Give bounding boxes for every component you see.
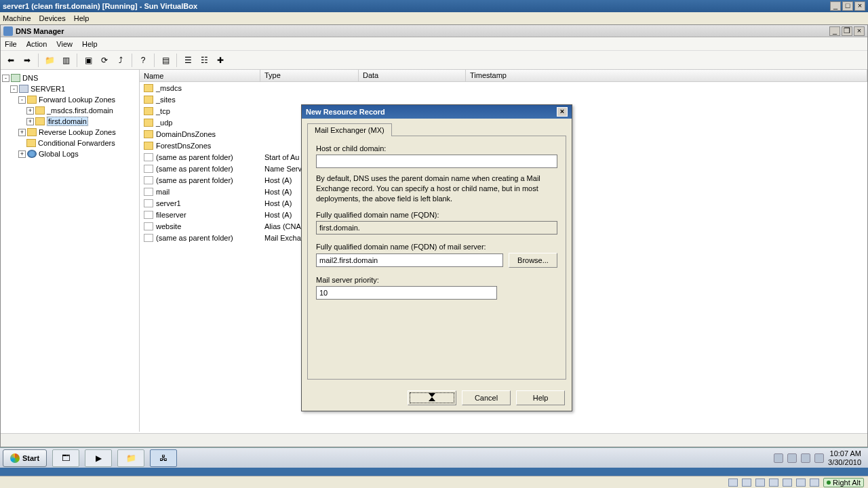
explorer-icon: 🗔 <box>62 454 70 462</box>
taskbar-item-dns-manager[interactable]: 🖧 <box>150 449 177 467</box>
taskbar-item-ie[interactable]: ▶ <box>85 449 112 467</box>
tree-server[interactable]: - SERVER1 <box>2 83 138 94</box>
expand-icon[interactable]: + <box>18 150 26 158</box>
toolbar-list-button[interactable]: ☷ <box>197 53 212 68</box>
record-icon <box>144 222 153 230</box>
vbox-minimize-button[interactable]: _ <box>830 1 841 11</box>
dns-manager-titlebar[interactable]: DNS Manager _ ❐ × <box>1 25 867 37</box>
collapse-icon[interactable]: - <box>18 96 26 104</box>
row-name: (same as parent folder) <box>156 165 233 173</box>
folder-icon <box>144 119 153 127</box>
expand-icon[interactable]: + <box>18 129 26 136</box>
delete-icon: ▣ <box>85 56 92 64</box>
dialog-button-row: Cancel Help <box>302 386 572 411</box>
dns-minimize-button[interactable]: _ <box>829 26 840 36</box>
vbox-cd-icon[interactable] <box>742 479 751 487</box>
menu-view[interactable]: View <box>56 40 73 48</box>
toolbar-up-button[interactable]: 📁 <box>42 53 57 68</box>
row-name: server1 <box>156 199 181 207</box>
vbox-menu-machine[interactable]: Machine <box>3 14 31 22</box>
toolbar-show-hide-button[interactable]: ▥ <box>58 53 73 68</box>
dns-tree[interactable]: - DNS - SERVER1 - Forward Lookup Zones <box>1 70 140 432</box>
dns-restore-button[interactable]: ❐ <box>842 26 852 36</box>
properties-icon: ▤ <box>162 56 170 64</box>
menu-help[interactable]: Help <box>82 40 98 48</box>
collapse-icon[interactable]: - <box>2 75 9 82</box>
folder-icon <box>27 128 37 136</box>
vbox-hd-icon[interactable] <box>728 479 738 487</box>
toolbar-help-button[interactable]: ? <box>136 53 151 68</box>
tab-mail-exchanger[interactable]: Mail Exchanger (MX) <box>307 123 392 136</box>
vbox-hostkey-indicator[interactable]: Right Alt <box>823 478 864 487</box>
tree-reverse-lookup-zones[interactable]: + Reverse Lookup Zones <box>2 127 138 138</box>
menu-action[interactable]: Action <box>26 40 47 48</box>
mail-fqdn-input[interactable] <box>316 253 503 267</box>
dialog-close-button[interactable]: × <box>557 107 568 117</box>
vbox-mouse-icon[interactable] <box>810 479 819 487</box>
table-row[interactable]: _msdcs <box>140 82 867 94</box>
col-type[interactable]: Type <box>260 70 359 81</box>
table-row[interactable]: _sites <box>140 94 867 105</box>
vbox-usb-icon[interactable] <box>769 479 778 487</box>
tray-flag-icon[interactable] <box>787 453 797 463</box>
toolbar-new-button[interactable]: ✚ <box>213 53 228 68</box>
panel-icon: ▥ <box>62 56 70 64</box>
row-name: website <box>156 222 181 230</box>
vbox-net-icon[interactable] <box>755 479 765 487</box>
dns-manager-title: DNS Manager <box>16 27 828 35</box>
vbox-shared-icon[interactable] <box>783 479 792 487</box>
folder-icon <box>144 130 153 138</box>
browse-button[interactable]: Browse... <box>509 253 557 268</box>
tray-chevron-icon[interactable] <box>774 453 783 463</box>
cancel-button[interactable]: Cancel <box>462 390 511 405</box>
expand-icon[interactable]: + <box>26 107 34 115</box>
tray-network-icon[interactable] <box>801 453 810 463</box>
priority-input[interactable] <box>316 286 497 300</box>
collapse-icon[interactable]: - <box>10 85 18 93</box>
hourglass-icon <box>429 393 435 401</box>
toolbar-refresh-button[interactable]: ⟳ <box>97 53 112 68</box>
tree-first-domain-zone[interactable]: + first.domain <box>2 116 138 127</box>
tree-forward-lookup-zones[interactable]: - Forward Lookup Zones <box>2 94 138 105</box>
tray-volume-icon[interactable] <box>814 453 824 463</box>
col-timestamp[interactable]: Timestamp <box>466 70 867 81</box>
dialog-titlebar[interactable]: New Resource Record × <box>302 105 572 119</box>
vbox-menu-devices[interactable]: Devices <box>39 14 66 22</box>
expand-icon[interactable]: + <box>26 118 34 125</box>
guest-desktop: DNS Manager _ ❐ × File Action View Help … <box>0 24 868 468</box>
vbox-menu-help[interactable]: Help <box>74 14 90 22</box>
col-name[interactable]: Name <box>140 70 260 81</box>
start-button[interactable]: Start <box>3 449 47 467</box>
row-name: fileserver <box>156 211 186 219</box>
help-button[interactable]: Help <box>516 390 565 405</box>
host-input[interactable] <box>316 155 557 168</box>
toolbar-back-button[interactable]: ⬅ <box>3 53 18 68</box>
row-name: _udp <box>156 119 172 127</box>
toolbar-filter-button[interactable]: ☰ <box>180 53 195 68</box>
menu-file[interactable]: File <box>5 40 17 48</box>
toolbar-export-button[interactable]: ⤴ <box>113 53 128 68</box>
record-icon <box>144 153 153 161</box>
dns-close-button[interactable]: × <box>854 26 865 36</box>
taskbar-item-explorer[interactable]: 🗔 <box>52 449 79 467</box>
ok-button[interactable] <box>408 390 456 405</box>
folder-icon <box>26 139 36 147</box>
dialog-body: Mail Exchanger (MX) Host or child domain… <box>302 119 572 386</box>
toolbar-properties-button[interactable]: ▤ <box>158 53 173 68</box>
vbox-maximize-button[interactable]: □ <box>842 1 853 11</box>
tree-root-dns[interactable]: - DNS <box>2 73 138 83</box>
vbox-close-button[interactable]: × <box>854 1 865 11</box>
tree-conditional-forwarders[interactable]: Conditional Forwarders <box>2 138 138 148</box>
vbox-display-icon[interactable] <box>796 479 806 487</box>
tray-time: 10:07 AM <box>828 449 861 458</box>
mail-fqdn-label: Fully qualified domain name (FQDN) of ma… <box>316 243 557 251</box>
taskbar-item-folder[interactable]: 📁 <box>117 449 144 467</box>
tree-msdcs-zone[interactable]: + _msdcs.first.domain <box>2 105 138 116</box>
toolbar-forward-button[interactable]: ➡ <box>20 53 35 68</box>
col-data[interactable]: Data <box>359 70 466 81</box>
toolbar-delete-button[interactable]: ▣ <box>81 53 96 68</box>
tree-global-logs[interactable]: + Global Logs <box>2 148 138 159</box>
help-text: By default, DNS uses the parent domain n… <box>316 174 557 204</box>
folder-icon <box>27 96 37 104</box>
tray-clock[interactable]: 10:07 AM 3/30/2010 <box>828 449 861 466</box>
